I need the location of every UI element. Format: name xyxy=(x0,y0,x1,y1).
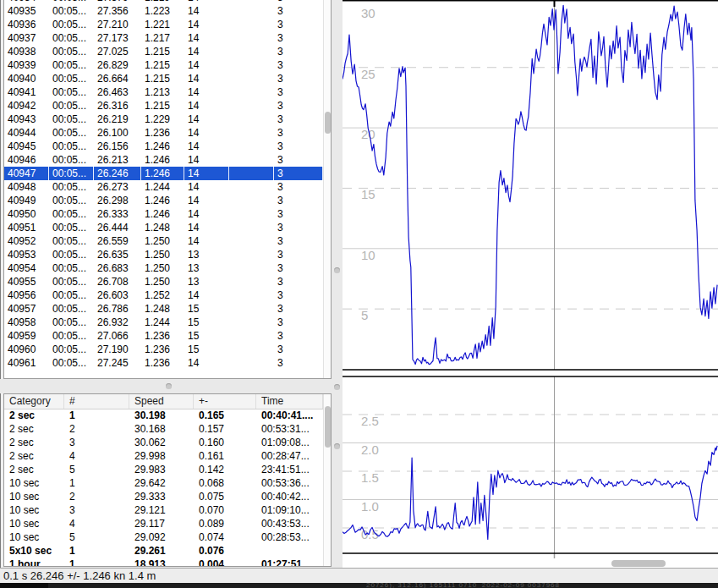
results-row[interactable]: 2 sec330.0620.16001:09:08... xyxy=(4,436,323,449)
chart-horizontal-scrollbar-thumb[interactable] xyxy=(611,560,666,567)
track-cell xyxy=(229,221,274,234)
track-row[interactable]: 4096100:05...27.2451.236143 xyxy=(4,356,323,370)
track-cell: 00:05... xyxy=(49,221,94,234)
track-cell: 1.250 xyxy=(141,234,184,248)
track-cell xyxy=(229,261,274,275)
track-row[interactable]: 4094100:05...26.4631.213143 xyxy=(4,85,323,99)
results-row[interactable]: 2 sec429.9980.16100:28:47... xyxy=(4,449,323,463)
results-row[interactable]: 10 sec129.6420.06800:53:36... xyxy=(4,476,323,490)
results-row[interactable]: 5x10 sec129.2610.076 xyxy=(4,544,323,558)
results-table-scrollbar[interactable] xyxy=(323,394,331,566)
track-cell: 1.246 xyxy=(141,207,184,221)
results-row[interactable]: 10 sec429.1170.08900:43:53... xyxy=(4,517,323,530)
track-row[interactable]: 4093700:05...27.1731.217143 xyxy=(4,31,323,45)
results-table-scrollbar-thumb[interactable] xyxy=(325,406,331,448)
track-cell: 27.210 xyxy=(94,18,141,31)
track-row[interactable]: 4094900:05...26.2981.246143 xyxy=(4,194,323,207)
results-row[interactable]: 2 sec230.1680.15700:53:31... xyxy=(4,422,323,436)
results-cell: 3 xyxy=(64,503,129,517)
track-row[interactable]: 4095800:05...26.9321.244153 xyxy=(4,316,323,329)
track-cell: 40955 xyxy=(4,275,49,289)
track-cell xyxy=(229,45,274,58)
track-row[interactable]: 4094300:05...26.2191.229143 xyxy=(4,113,323,126)
track-cell: 14 xyxy=(184,45,229,58)
track-cell: 1.246 xyxy=(141,167,184,180)
speed-chart[interactable]: 30252015105 xyxy=(343,0,718,376)
track-row[interactable]: 4096000:05...27.1901.236153 xyxy=(4,343,323,356)
track-cell: 3 xyxy=(274,329,323,343)
horizontal-splitter[interactable] xyxy=(0,379,343,393)
track-row[interactable]: 4095500:05...26.7081.250133 xyxy=(4,275,323,289)
track-cell: 26.635 xyxy=(94,248,141,261)
track-cell: 14 xyxy=(184,207,229,221)
results-row[interactable]: 10 sec529.0920.07400:28:53... xyxy=(4,530,323,544)
track-cell: 3 xyxy=(274,343,323,356)
results-header--[interactable]: # xyxy=(64,394,129,409)
track-cell: 40953 xyxy=(4,248,49,261)
track-row[interactable]: 4095300:05...26.6351.250133 xyxy=(4,248,323,261)
track-row[interactable]: 4095100:05...26.4441.248143 xyxy=(4,221,323,234)
results-cell: 00:28:47... xyxy=(256,449,323,463)
track-cell: 1.217 xyxy=(141,31,184,45)
results-cell: 00:53:36... xyxy=(256,476,323,490)
track-row[interactable]: 4095400:05...26.6831.250133 xyxy=(4,261,323,275)
results-cell: 29.333 xyxy=(129,490,194,503)
track-cell: 3 xyxy=(274,248,323,261)
results-cell: 0.004 xyxy=(194,558,256,567)
track-cell: 40943 xyxy=(4,113,49,126)
track-row-selected[interactable]: 4094700:05...26.2461.246143 xyxy=(4,167,323,180)
results-row[interactable]: 10 sec229.3330.07500:40:42... xyxy=(4,490,323,503)
track-row[interactable]: 4095700:05...26.7861.248153 xyxy=(4,302,323,316)
results-cell: 00:53:31... xyxy=(256,422,323,436)
results-header-category[interactable]: Category xyxy=(4,394,64,409)
track-points-rows: 4093400:05...27.3791.2191434093500:05...… xyxy=(4,0,323,370)
track-table-scrollbar-thumb[interactable] xyxy=(325,112,331,134)
results-cell: 01:27:51.... xyxy=(256,558,323,567)
results-header-speed[interactable]: Speed xyxy=(129,394,194,409)
vertical-splitter[interactable] xyxy=(332,0,343,568)
splitter-handle-icon[interactable] xyxy=(166,383,172,389)
track-cell: 40942 xyxy=(4,99,49,113)
track-row[interactable]: 4094800:05...26.2731.244143 xyxy=(4,180,323,194)
track-cell: 1.246 xyxy=(141,153,184,167)
track-row[interactable]: 4095000:05...26.3331.246143 xyxy=(4,207,323,221)
splitter-handle-icon[interactable] xyxy=(334,267,340,273)
track-cell: 26.316 xyxy=(94,99,141,113)
results-row[interactable]: 10 sec329.1210.07001:09:10... xyxy=(4,503,323,517)
results-header-time[interactable]: Time xyxy=(256,394,323,409)
track-row[interactable]: 4093800:05...27.0251.215143 xyxy=(4,45,323,58)
track-cell: 3 xyxy=(274,180,323,194)
track-row[interactable]: 4094000:05...26.6641.215143 xyxy=(4,72,323,85)
error-chart[interactable]: 2.52.01.51.00.5 xyxy=(343,376,718,568)
track-cell: 26.603 xyxy=(94,289,141,302)
splitter-handle-icon[interactable] xyxy=(334,384,340,390)
track-row[interactable]: 4093600:05...27.2101.221143 xyxy=(4,18,323,31)
results-cell: 29.117 xyxy=(129,517,194,530)
track-row[interactable]: 4095900:05...27.0661.236153 xyxy=(4,329,323,343)
results-cell: 4 xyxy=(64,517,129,530)
splitter-handle-icon[interactable] xyxy=(334,443,340,449)
track-cell: 1.229 xyxy=(141,113,184,126)
track-row[interactable]: 4094400:05...26.1001.236143 xyxy=(4,126,323,140)
track-row[interactable]: 4095600:05...26.6031.252143 xyxy=(4,289,323,302)
track-row[interactable]: 4094600:05...26.2131.246143 xyxy=(4,153,323,167)
track-cell: 27.190 xyxy=(94,343,141,356)
track-row[interactable]: 4094500:05...26.1561.246143 xyxy=(4,140,323,153)
results-cell: 0.161 xyxy=(194,449,256,463)
results-row[interactable]: 2 sec130.1980.16500:40:41.... xyxy=(4,409,323,422)
axis-tick-label: 30 xyxy=(361,6,375,20)
track-row[interactable]: 4093500:05...27.3561.223143 xyxy=(4,4,323,18)
track-row[interactable]: 4095200:05...26.5591.250143 xyxy=(4,234,323,248)
track-cell: 40951 xyxy=(4,221,49,234)
track-row[interactable]: 4094200:05...26.3161.215143 xyxy=(4,99,323,113)
results-row[interactable]: 2 sec529.9830.14223:41:51... xyxy=(4,463,323,476)
results-row[interactable]: 1 hour118.9130.00401:27:51.... xyxy=(4,558,323,567)
results-header--[interactable]: +- xyxy=(194,394,256,409)
track-cell: 1.246 xyxy=(141,194,184,207)
track-cell: 27.066 xyxy=(94,329,141,343)
track-table-scrollbar[interactable] xyxy=(323,0,331,378)
track-cell: 26.932 xyxy=(94,316,141,329)
track-cell: 14 xyxy=(184,126,229,140)
track-row[interactable]: 4093900:05...26.8291.215143 xyxy=(4,58,323,72)
track-cell: 3 xyxy=(274,167,323,180)
